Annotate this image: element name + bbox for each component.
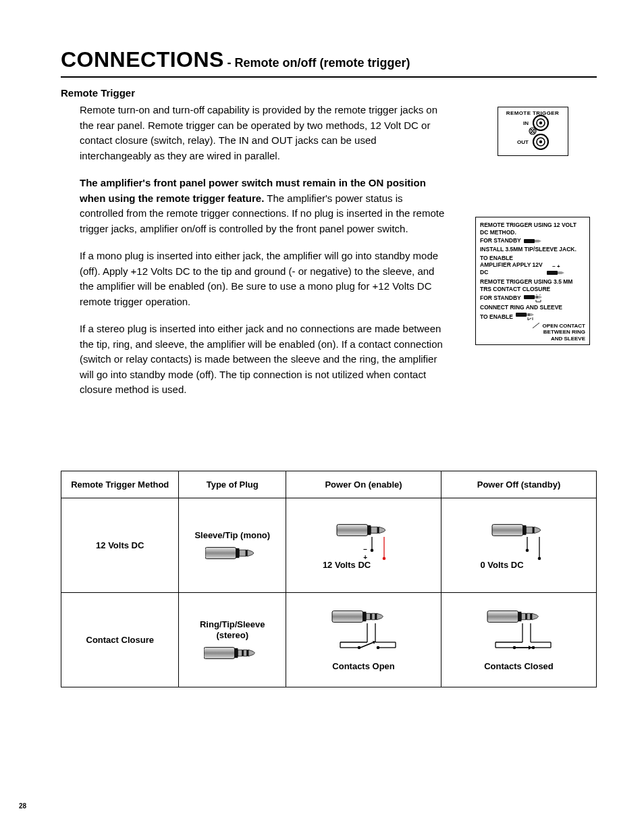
cell-caption: Contacts Closed xyxy=(484,661,554,671)
svg-point-29 xyxy=(370,548,373,552)
svg-line-27 xyxy=(528,318,531,320)
tiny-stereo-open-icon xyxy=(516,312,549,321)
svg-point-37 xyxy=(537,556,541,560)
polarity-label: − + xyxy=(552,263,560,270)
col-off: Power Off (standby) xyxy=(441,471,597,498)
page-number: 28 xyxy=(19,802,26,810)
cell-caption: 0 Volts DC xyxy=(480,560,523,570)
stereo-closed-diagram xyxy=(475,608,563,657)
instr-connect-label: CONNECT RING AND SLEEVE xyxy=(480,304,585,311)
instr-standby-label: FOR STANDBY xyxy=(480,237,521,244)
instr-enable-12v: TO ENABLE AMPLIFIER APPLY 12V DC xyxy=(480,255,544,276)
instr-standby2-label: FOR STANDBY xyxy=(480,294,521,302)
cell-caption: 12 Volts DC xyxy=(323,560,371,570)
instr-heading-1: REMOTE TRIGGER USING 12 VOLT DC METHOD. xyxy=(480,221,585,236)
instr-install-label: INSTALL 3.5MM TIP/SLEEVE JACK. xyxy=(480,246,585,253)
cell-plug: Ring/Tip/Sleeve (stereo) xyxy=(179,592,286,687)
instr-heading-2: REMOTE TRIGGER USING 3.5 MM TRS CONTACT … xyxy=(480,278,585,292)
plug-type-label: Sleeve/Tip (mono) xyxy=(194,530,270,541)
cell-power-on: − + 12 Volts DC xyxy=(286,498,441,592)
jack-icon xyxy=(533,134,549,150)
stereo-open-diagram xyxy=(320,608,408,657)
body-text: Remote turn-on and turn-off capability i… xyxy=(61,103,448,410)
tiny-mono-plug-icon xyxy=(547,270,566,276)
panel-out-label: OUT xyxy=(516,139,529,145)
paragraph-3: If a mono plug is inserted into either j… xyxy=(80,249,448,309)
cell-power-on: Contacts Open xyxy=(286,592,441,687)
stereo-plug-icon xyxy=(204,645,261,660)
cell-caption: Contacts Open xyxy=(332,661,394,671)
paragraph-4: If a stereo plug is inserted into either… xyxy=(80,321,448,398)
instr-note: OPEN CONTACT BETWEEN RING AND SLEEVE xyxy=(480,323,585,342)
tiny-mono-plug-icon xyxy=(524,238,543,244)
section-heading: Remote Trigger xyxy=(61,87,597,99)
cell-method: Contact Closure xyxy=(61,592,179,687)
col-method: Remote Trigger Method xyxy=(61,471,179,498)
remote-trigger-panel-diagram: REMOTE TRIGGER IN OUT xyxy=(498,107,568,156)
panel-in-label: IN xyxy=(516,120,529,126)
table-row: 12 Volts DC Sleeve/Tip (mono) − xyxy=(61,498,597,592)
trigger-method-table: Remote Trigger Method Type of Plug Power… xyxy=(61,471,597,687)
cell-power-off: Contacts Closed xyxy=(441,592,597,687)
arrow-icon xyxy=(533,323,541,328)
paragraph-2: The amplifier's front panel power switch… xyxy=(80,176,448,236)
cell-power-off: 0 Volts DC xyxy=(441,498,597,592)
mono-plug-icon xyxy=(205,545,259,560)
cell-method: 12 Volts DC xyxy=(61,498,179,592)
svg-point-32 xyxy=(382,556,385,560)
instruction-box: REMOTE TRIGGER USING 12 VOLT DC METHOD. … xyxy=(475,217,590,345)
cell-plug: Sleeve/Tip (mono) xyxy=(179,498,286,592)
page-title-row: CONNECTIONS - Remote on/off (remote trig… xyxy=(61,47,597,78)
svg-point-35 xyxy=(525,548,529,552)
svg-text:−: − xyxy=(363,546,367,553)
tiny-stereo-closed-icon xyxy=(524,294,551,303)
col-plug: Type of Plug xyxy=(179,471,286,498)
instr-enable-label: TO ENABLE xyxy=(480,313,513,321)
paragraph-1: Remote turn-on and turn-off capability i… xyxy=(80,103,448,163)
plug-type-label: Ring/Tip/Sleeve (stereo) xyxy=(183,619,281,640)
table-row: Contact Closure Ring/Tip/Sleeve (stereo) xyxy=(61,592,597,687)
title-main: CONNECTIONS xyxy=(61,47,224,72)
title-sub: - Remote on/off (remote trigger) xyxy=(227,56,410,70)
col-on: Power On (enable) xyxy=(286,471,441,498)
